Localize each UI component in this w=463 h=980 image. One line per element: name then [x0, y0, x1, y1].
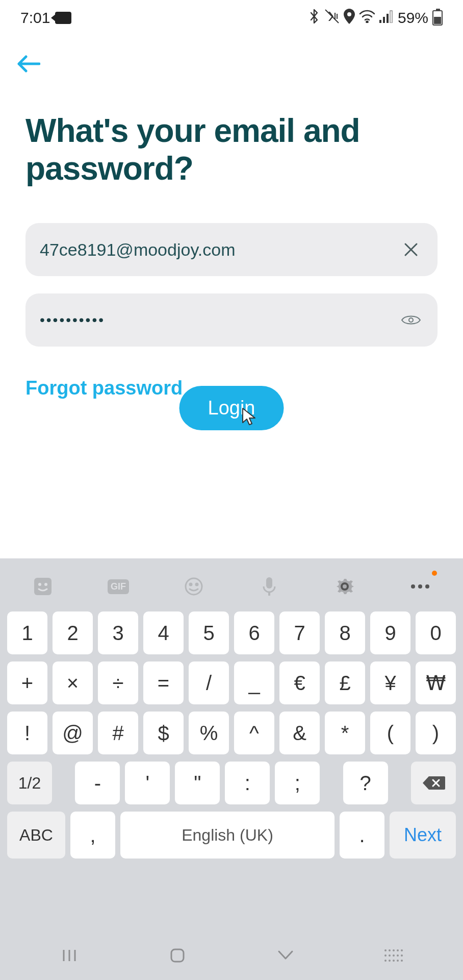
key-char[interactable]: ? [343, 762, 388, 804]
key-char[interactable]: ^ [234, 712, 274, 754]
password-input[interactable]: •••••••••• [40, 312, 399, 328]
more-icon[interactable] [406, 573, 434, 600]
kb-row-2: +×÷=/_€£¥₩ [7, 662, 456, 704]
svg-point-23 [384, 949, 387, 951]
key-char[interactable]: € [279, 662, 320, 704]
svg-rect-22 [171, 949, 184, 962]
svg-point-13 [196, 583, 198, 585]
key-char[interactable]: 1 [7, 611, 47, 654]
back-button[interactable] [15, 51, 41, 77]
mic-icon[interactable] [255, 573, 283, 600]
svg-point-30 [393, 954, 395, 957]
key-char[interactable]: - [75, 762, 120, 804]
key-char[interactable]: ' [125, 762, 170, 804]
key-char[interactable]: 7 [279, 611, 320, 654]
bluetooth-icon [308, 9, 320, 28]
svg-rect-4 [383, 17, 385, 23]
key-char[interactable]: # [98, 712, 138, 754]
key-char[interactable]: & [279, 712, 320, 754]
svg-point-18 [425, 584, 429, 589]
svg-point-12 [190, 583, 192, 585]
key-char[interactable]: @ [53, 712, 93, 754]
svg-rect-15 [268, 592, 270, 596]
status-bar: 7:01 59% [0, 0, 463, 36]
key-period[interactable]: . [340, 812, 384, 859]
svg-point-26 [397, 949, 399, 951]
key-char[interactable]: ! [7, 712, 47, 754]
key-char[interactable]: ÷ [98, 662, 138, 704]
key-char[interactable]: " [175, 762, 220, 804]
key-action-next[interactable]: Next [390, 812, 456, 859]
svg-rect-8 [34, 578, 52, 595]
svg-rect-6 [390, 11, 392, 23]
key-char[interactable]: 3 [98, 611, 138, 654]
nav-home-icon[interactable] [162, 945, 193, 966]
key-char[interactable]: 8 [325, 611, 365, 654]
key-char[interactable]: % [189, 712, 229, 754]
login-button[interactable]: Login [179, 386, 284, 430]
key-char[interactable]: ¥ [370, 662, 410, 704]
camera-icon [55, 12, 71, 24]
kb-row-5: ABC , English (UK) . Next [7, 812, 456, 859]
email-field-container [25, 223, 438, 276]
key-char[interactable]: + [7, 662, 47, 704]
battery-icon [432, 10, 443, 26]
toggle-password-visibility-button[interactable] [399, 308, 423, 332]
key-char[interactable]: × [53, 662, 93, 704]
page-title: What's your email and password? [0, 82, 463, 187]
nav-keyboard-icon[interactable] [378, 945, 409, 966]
key-char[interactable]: 5 [189, 611, 229, 654]
password-field-container: •••••••••• [25, 293, 438, 347]
key-char[interactable]: $ [143, 712, 184, 754]
emoji-icon[interactable] [180, 573, 208, 600]
key-mode-abc[interactable]: ABC [7, 812, 65, 859]
status-time: 7:01 [20, 9, 50, 27]
email-input[interactable] [40, 240, 399, 260]
signal-icon [379, 9, 394, 27]
key-char[interactable]: 9 [370, 611, 410, 654]
svg-rect-1 [337, 14, 338, 19]
key-char[interactable]: ( [370, 712, 410, 754]
key-symbol-page[interactable]: 1/2 [7, 762, 52, 804]
svg-point-10 [44, 583, 47, 586]
clear-email-button[interactable] [399, 237, 423, 262]
key-char[interactable]: : [225, 762, 270, 804]
kb-row-4: 1/2 - ' " : ; ? [7, 762, 456, 804]
key-space[interactable]: English (UK) [120, 812, 335, 859]
key-char[interactable]: = [143, 662, 184, 704]
key-comma[interactable]: , [70, 812, 115, 859]
key-char[interactable]: _ [234, 662, 274, 704]
key-char[interactable]: 2 [53, 611, 93, 654]
gif-icon[interactable]: GIF [105, 573, 132, 600]
soft-keyboard: GIF 1234567890 +×÷=/_€£¥₩ !@#$%^&*() 1/2… [0, 558, 463, 980]
svg-point-29 [389, 954, 391, 957]
sticker-icon[interactable] [29, 573, 57, 600]
svg-point-33 [384, 960, 387, 962]
key-char[interactable]: / [189, 662, 229, 704]
svg-point-16 [411, 584, 415, 589]
kb-row-1: 1234567890 [7, 611, 456, 654]
key-char[interactable]: 4 [143, 611, 184, 654]
svg-rect-5 [387, 14, 389, 23]
nav-back-icon[interactable] [270, 945, 301, 966]
key-backspace[interactable] [411, 762, 456, 804]
key-char[interactable]: ) [416, 712, 456, 754]
key-char[interactable]: 0 [416, 611, 456, 654]
vibrate-icon [324, 9, 340, 28]
svg-point-35 [393, 960, 395, 962]
key-char[interactable]: ₩ [416, 662, 456, 704]
key-char[interactable]: £ [325, 662, 365, 704]
svg-point-27 [401, 949, 403, 951]
svg-point-36 [397, 960, 399, 962]
settings-icon[interactable] [331, 573, 358, 600]
key-char[interactable]: 6 [234, 611, 274, 654]
svg-point-9 [38, 583, 41, 586]
svg-point-11 [186, 578, 202, 595]
svg-rect-3 [379, 20, 381, 23]
nav-recents-icon[interactable] [54, 945, 85, 966]
svg-point-31 [397, 954, 399, 957]
svg-point-17 [418, 584, 422, 589]
key-char[interactable]: ; [275, 762, 320, 804]
key-char[interactable]: * [325, 712, 365, 754]
svg-point-25 [393, 949, 395, 951]
